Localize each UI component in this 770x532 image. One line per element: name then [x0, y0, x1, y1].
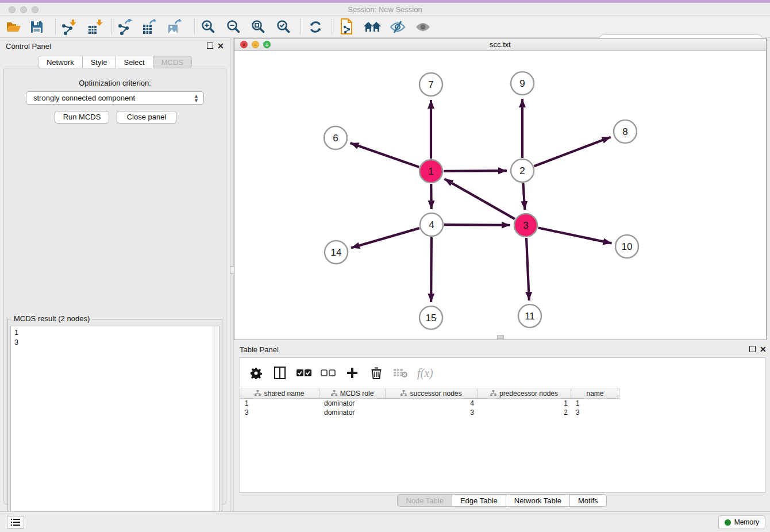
graph-node-2[interactable]: 2 [511, 159, 534, 182]
graph-node-1[interactable]: 1 [419, 160, 442, 183]
table-cell[interactable]: 4 [386, 399, 478, 408]
graph-edge-4-3[interactable] [444, 225, 510, 225]
network-canvas[interactable]: 7968124314101511 [234, 51, 766, 340]
table-tab-node-table[interactable]: Node Table [397, 494, 452, 507]
canvas-hscroll-thumb[interactable] [497, 335, 504, 339]
graph-edge-3-10[interactable] [538, 228, 612, 244]
column-type-icon [401, 390, 407, 396]
table-settings-button[interactable] [248, 365, 263, 380]
select-all-button[interactable] [297, 365, 311, 380]
node-label: 6 [333, 133, 338, 144]
table-row[interactable]: 3dominator323 [240, 408, 765, 417]
optimization-criterion-select[interactable]: strongly connected component ▲▼ [26, 91, 204, 105]
delete-table-button[interactable] [393, 365, 408, 380]
graph-node-9[interactable]: 9 [511, 72, 534, 95]
graph-edge-1-6[interactable] [350, 143, 419, 167]
apply-function-button[interactable]: f(x) [417, 367, 433, 380]
graph-node-15[interactable]: 15 [419, 306, 442, 329]
zoom-fit-button[interactable] [248, 18, 268, 36]
graph-edge-2-8[interactable] [534, 137, 611, 167]
graph-edge-3-11[interactable] [526, 238, 529, 300]
toolbar-separator [300, 19, 301, 35]
toolbar-separator [332, 19, 332, 35]
columns-icon [274, 367, 286, 379]
tab-mcds[interactable]: MCDS [153, 56, 192, 68]
delete-column-button[interactable] [369, 365, 384, 380]
table-cell[interactable]: 2 [478, 408, 571, 417]
graph-edge-4-15[interactable] [431, 237, 432, 302]
control-panel-float-button[interactable] [207, 43, 213, 49]
tab-select[interactable]: Select [116, 56, 153, 68]
graph-edge-1-2[interactable] [444, 171, 507, 171]
table-cell[interactable]: dominator [319, 408, 386, 417]
network-graph: 7968124314101511 [234, 51, 766, 340]
plus-icon [346, 367, 358, 379]
graph-edge-4-14[interactable] [351, 228, 419, 248]
zoom-selected-button[interactable] [273, 18, 294, 36]
export-network-button[interactable] [115, 18, 136, 36]
table-cell[interactable]: 3 [571, 408, 619, 417]
checked-boxes-icon [297, 369, 311, 377]
table-cell[interactable]: 3 [386, 408, 478, 417]
hide-graphics-details-button[interactable] [387, 18, 408, 36]
table-tab-edge-table[interactable]: Edge Table [452, 494, 506, 507]
mcds-panel: Optimization criterion: strongly connect… [3, 68, 226, 504]
zoom-in-icon [201, 20, 215, 34]
deselect-all-button[interactable] [321, 365, 336, 380]
column-header-predecessor-nodes[interactable]: predecessor nodes [478, 388, 571, 399]
column-header-successor-nodes[interactable]: successor nodes [386, 388, 478, 399]
graph-node-3[interactable]: 3 [514, 214, 537, 237]
table-panel-float-button[interactable] [749, 346, 756, 352]
graph-edge-3-1[interactable] [444, 179, 514, 219]
graph-node-8[interactable]: 8 [614, 120, 637, 143]
graph-node-7[interactable]: 7 [419, 73, 442, 96]
apply-layout-button[interactable] [305, 18, 326, 36]
add-column-button[interactable] [345, 365, 360, 380]
graph-node-4[interactable]: 4 [420, 213, 443, 236]
graph-node-6[interactable]: 6 [324, 126, 347, 149]
close-panel-button[interactable]: Close panel [117, 111, 176, 124]
column-label: MCDS role [340, 390, 374, 398]
control-panel: Control Panel ✕ NetworkStyleSelectMCDS O… [0, 38, 230, 511]
table-tab-network-table[interactable]: Network Table [506, 494, 570, 507]
zoom-in-button[interactable] [198, 18, 218, 36]
table-cell[interactable]: dominator [319, 399, 386, 408]
table-row[interactable]: 1dominator411 [240, 399, 765, 408]
split-panel-button[interactable] [272, 365, 287, 380]
table-cell[interactable]: 1 [571, 399, 619, 408]
table-cell[interactable]: 3 [240, 408, 319, 417]
task-history-button[interactable] [7, 516, 24, 529]
save-session-button[interactable] [26, 18, 47, 36]
control-panel-close-button[interactable]: ✕ [217, 41, 224, 51]
export-image-button[interactable] [165, 18, 186, 36]
import-network-button[interactable] [59, 18, 79, 36]
graph-node-11[interactable]: 11 [518, 304, 541, 327]
memory-button[interactable]: Memory [718, 515, 765, 529]
run-mcds-button[interactable]: Run MCDS [55, 111, 109, 124]
show-graphics-details-button[interactable] [413, 18, 433, 36]
import-table-button[interactable] [85, 18, 106, 36]
column-label: name [586, 390, 603, 398]
first-neighbors-button[interactable] [362, 18, 383, 36]
graph-edge-2-3[interactable] [523, 183, 525, 210]
column-header-MCDS-role[interactable]: MCDS role [319, 388, 386, 399]
table-cell[interactable]: 1 [240, 399, 319, 408]
graph-node-14[interactable]: 14 [325, 241, 348, 264]
tab-network[interactable]: Network [38, 56, 83, 68]
tab-style[interactable]: Style [83, 56, 116, 68]
export-table-button[interactable] [140, 18, 160, 36]
table-panel-close-button[interactable]: ✕ [760, 345, 767, 354]
new-network-from-selection-button[interactable] [337, 18, 357, 36]
mcds-result-text[interactable]: 1 3 [10, 326, 220, 532]
column-header-shared-name[interactable]: shared name [240, 388, 319, 399]
table-cell[interactable]: 1 [478, 399, 571, 408]
panel-splitter[interactable] [230, 38, 234, 511]
open-session-button[interactable] [3, 18, 24, 36]
graph-node-10[interactable]: 10 [615, 235, 638, 258]
column-header-name[interactable]: name [571, 388, 619, 399]
node-label: 7 [428, 79, 433, 90]
result-scrollbar[interactable] [213, 326, 219, 531]
network-frame-titlebar[interactable]: × − + scc.txt [234, 38, 766, 51]
table-tab-motifs[interactable]: Motifs [570, 494, 607, 507]
zoom-out-button[interactable] [223, 18, 244, 36]
